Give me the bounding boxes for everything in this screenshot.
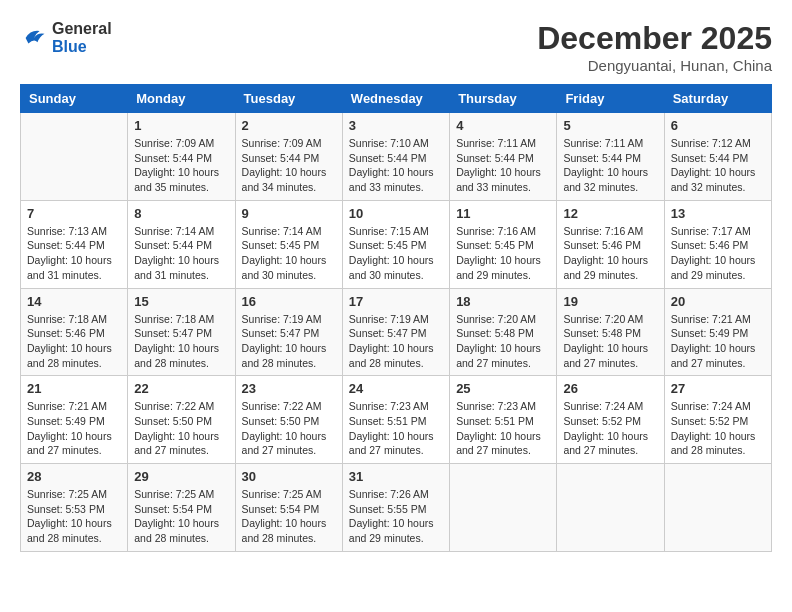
calendar-cell: 6Sunrise: 7:12 AM Sunset: 5:44 PM Daylig… (664, 113, 771, 201)
calendar-cell: 16Sunrise: 7:19 AM Sunset: 5:47 PM Dayli… (235, 288, 342, 376)
day-info: Sunrise: 7:17 AM Sunset: 5:46 PM Dayligh… (671, 224, 765, 283)
day-info: Sunrise: 7:16 AM Sunset: 5:45 PM Dayligh… (456, 224, 550, 283)
day-number: 22 (134, 381, 228, 396)
calendar-cell: 20Sunrise: 7:21 AM Sunset: 5:49 PM Dayli… (664, 288, 771, 376)
day-info: Sunrise: 7:20 AM Sunset: 5:48 PM Dayligh… (563, 312, 657, 371)
day-number: 6 (671, 118, 765, 133)
day-number: 7 (27, 206, 121, 221)
calendar-cell: 8Sunrise: 7:14 AM Sunset: 5:44 PM Daylig… (128, 200, 235, 288)
calendar-cell: 30Sunrise: 7:25 AM Sunset: 5:54 PM Dayli… (235, 464, 342, 552)
day-number: 27 (671, 381, 765, 396)
day-info: Sunrise: 7:19 AM Sunset: 5:47 PM Dayligh… (242, 312, 336, 371)
calendar-cell: 21Sunrise: 7:21 AM Sunset: 5:49 PM Dayli… (21, 376, 128, 464)
day-number: 1 (134, 118, 228, 133)
day-info: Sunrise: 7:25 AM Sunset: 5:54 PM Dayligh… (134, 487, 228, 546)
calendar-cell: 27Sunrise: 7:24 AM Sunset: 5:52 PM Dayli… (664, 376, 771, 464)
calendar-header-row: SundayMondayTuesdayWednesdayThursdayFrid… (21, 85, 772, 113)
day-number: 4 (456, 118, 550, 133)
day-number: 12 (563, 206, 657, 221)
calendar-cell: 28Sunrise: 7:25 AM Sunset: 5:53 PM Dayli… (21, 464, 128, 552)
calendar-cell: 19Sunrise: 7:20 AM Sunset: 5:48 PM Dayli… (557, 288, 664, 376)
calendar-cell: 7Sunrise: 7:13 AM Sunset: 5:44 PM Daylig… (21, 200, 128, 288)
day-number: 31 (349, 469, 443, 484)
day-info: Sunrise: 7:14 AM Sunset: 5:45 PM Dayligh… (242, 224, 336, 283)
day-info: Sunrise: 7:24 AM Sunset: 5:52 PM Dayligh… (671, 399, 765, 458)
day-info: Sunrise: 7:15 AM Sunset: 5:45 PM Dayligh… (349, 224, 443, 283)
day-number: 2 (242, 118, 336, 133)
day-info: Sunrise: 7:13 AM Sunset: 5:44 PM Dayligh… (27, 224, 121, 283)
calendar-cell: 13Sunrise: 7:17 AM Sunset: 5:46 PM Dayli… (664, 200, 771, 288)
day-info: Sunrise: 7:26 AM Sunset: 5:55 PM Dayligh… (349, 487, 443, 546)
day-number: 9 (242, 206, 336, 221)
logo-text: General Blue (52, 20, 112, 56)
column-header-thursday: Thursday (450, 85, 557, 113)
day-number: 30 (242, 469, 336, 484)
column-header-sunday: Sunday (21, 85, 128, 113)
calendar-cell: 11Sunrise: 7:16 AM Sunset: 5:45 PM Dayli… (450, 200, 557, 288)
calendar-cell: 3Sunrise: 7:10 AM Sunset: 5:44 PM Daylig… (342, 113, 449, 201)
title-block: December 2025 Dengyuantai, Hunan, China (537, 20, 772, 74)
day-info: Sunrise: 7:21 AM Sunset: 5:49 PM Dayligh… (27, 399, 121, 458)
day-number: 25 (456, 381, 550, 396)
calendar-cell: 15Sunrise: 7:18 AM Sunset: 5:47 PM Dayli… (128, 288, 235, 376)
day-number: 24 (349, 381, 443, 396)
calendar-cell: 4Sunrise: 7:11 AM Sunset: 5:44 PM Daylig… (450, 113, 557, 201)
calendar-cell: 14Sunrise: 7:18 AM Sunset: 5:46 PM Dayli… (21, 288, 128, 376)
day-info: Sunrise: 7:23 AM Sunset: 5:51 PM Dayligh… (349, 399, 443, 458)
column-header-friday: Friday (557, 85, 664, 113)
day-info: Sunrise: 7:18 AM Sunset: 5:47 PM Dayligh… (134, 312, 228, 371)
day-number: 10 (349, 206, 443, 221)
day-number: 14 (27, 294, 121, 309)
location-text: Dengyuantai, Hunan, China (537, 57, 772, 74)
day-info: Sunrise: 7:22 AM Sunset: 5:50 PM Dayligh… (242, 399, 336, 458)
day-number: 20 (671, 294, 765, 309)
calendar-cell: 18Sunrise: 7:20 AM Sunset: 5:48 PM Dayli… (450, 288, 557, 376)
day-info: Sunrise: 7:11 AM Sunset: 5:44 PM Dayligh… (456, 136, 550, 195)
calendar-cell: 5Sunrise: 7:11 AM Sunset: 5:44 PM Daylig… (557, 113, 664, 201)
day-number: 29 (134, 469, 228, 484)
month-year-title: December 2025 (537, 20, 772, 57)
calendar-cell: 24Sunrise: 7:23 AM Sunset: 5:51 PM Dayli… (342, 376, 449, 464)
calendar-cell: 2Sunrise: 7:09 AM Sunset: 5:44 PM Daylig… (235, 113, 342, 201)
calendar-table: SundayMondayTuesdayWednesdayThursdayFrid… (20, 84, 772, 552)
calendar-cell: 25Sunrise: 7:23 AM Sunset: 5:51 PM Dayli… (450, 376, 557, 464)
column-header-tuesday: Tuesday (235, 85, 342, 113)
calendar-cell: 1Sunrise: 7:09 AM Sunset: 5:44 PM Daylig… (128, 113, 235, 201)
day-number: 5 (563, 118, 657, 133)
day-info: Sunrise: 7:19 AM Sunset: 5:47 PM Dayligh… (349, 312, 443, 371)
day-info: Sunrise: 7:22 AM Sunset: 5:50 PM Dayligh… (134, 399, 228, 458)
column-header-wednesday: Wednesday (342, 85, 449, 113)
day-info: Sunrise: 7:24 AM Sunset: 5:52 PM Dayligh… (563, 399, 657, 458)
day-info: Sunrise: 7:20 AM Sunset: 5:48 PM Dayligh… (456, 312, 550, 371)
day-info: Sunrise: 7:23 AM Sunset: 5:51 PM Dayligh… (456, 399, 550, 458)
calendar-week-row: 7Sunrise: 7:13 AM Sunset: 5:44 PM Daylig… (21, 200, 772, 288)
calendar-cell: 29Sunrise: 7:25 AM Sunset: 5:54 PM Dayli… (128, 464, 235, 552)
day-info: Sunrise: 7:09 AM Sunset: 5:44 PM Dayligh… (134, 136, 228, 195)
day-info: Sunrise: 7:21 AM Sunset: 5:49 PM Dayligh… (671, 312, 765, 371)
day-info: Sunrise: 7:18 AM Sunset: 5:46 PM Dayligh… (27, 312, 121, 371)
day-info: Sunrise: 7:25 AM Sunset: 5:53 PM Dayligh… (27, 487, 121, 546)
calendar-week-row: 14Sunrise: 7:18 AM Sunset: 5:46 PM Dayli… (21, 288, 772, 376)
day-info: Sunrise: 7:09 AM Sunset: 5:44 PM Dayligh… (242, 136, 336, 195)
day-number: 28 (27, 469, 121, 484)
calendar-week-row: 1Sunrise: 7:09 AM Sunset: 5:44 PM Daylig… (21, 113, 772, 201)
calendar-cell: 9Sunrise: 7:14 AM Sunset: 5:45 PM Daylig… (235, 200, 342, 288)
day-info: Sunrise: 7:25 AM Sunset: 5:54 PM Dayligh… (242, 487, 336, 546)
calendar-cell (450, 464, 557, 552)
day-number: 19 (563, 294, 657, 309)
day-number: 21 (27, 381, 121, 396)
calendar-cell: 10Sunrise: 7:15 AM Sunset: 5:45 PM Dayli… (342, 200, 449, 288)
calendar-cell: 31Sunrise: 7:26 AM Sunset: 5:55 PM Dayli… (342, 464, 449, 552)
day-number: 26 (563, 381, 657, 396)
day-info: Sunrise: 7:12 AM Sunset: 5:44 PM Dayligh… (671, 136, 765, 195)
calendar-cell: 12Sunrise: 7:16 AM Sunset: 5:46 PM Dayli… (557, 200, 664, 288)
calendar-cell: 23Sunrise: 7:22 AM Sunset: 5:50 PM Dayli… (235, 376, 342, 464)
day-number: 3 (349, 118, 443, 133)
day-info: Sunrise: 7:10 AM Sunset: 5:44 PM Dayligh… (349, 136, 443, 195)
column-header-monday: Monday (128, 85, 235, 113)
day-number: 18 (456, 294, 550, 309)
day-number: 13 (671, 206, 765, 221)
calendar-week-row: 21Sunrise: 7:21 AM Sunset: 5:49 PM Dayli… (21, 376, 772, 464)
calendar-cell: 26Sunrise: 7:24 AM Sunset: 5:52 PM Dayli… (557, 376, 664, 464)
day-info: Sunrise: 7:11 AM Sunset: 5:44 PM Dayligh… (563, 136, 657, 195)
